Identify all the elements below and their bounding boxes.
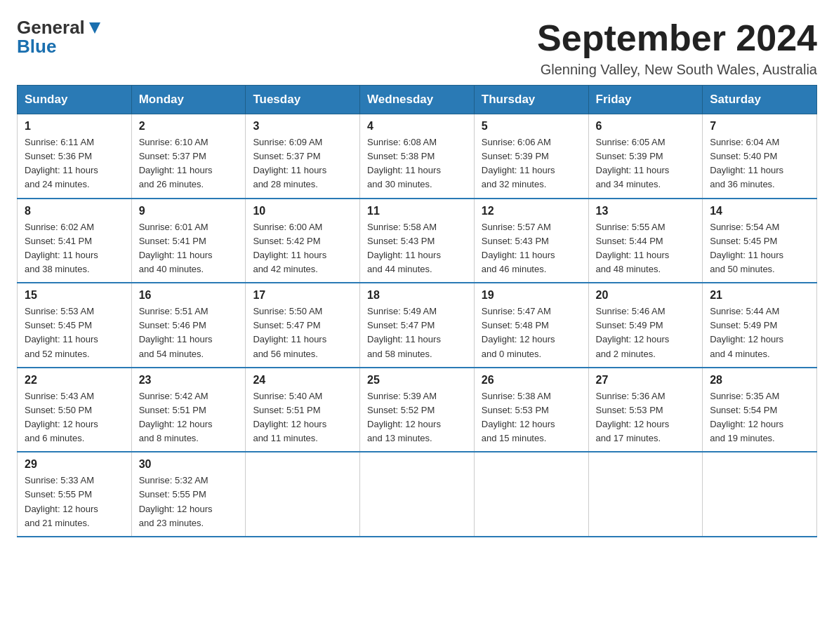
day-number: 7 bbox=[710, 120, 809, 133]
day-info: Sunrise: 6:08 AMSunset: 5:38 PMDaylight:… bbox=[367, 135, 467, 192]
calendar-week-row: 1Sunrise: 6:11 AMSunset: 5:36 PMDaylight… bbox=[18, 114, 817, 199]
table-row: 20Sunrise: 5:46 AMSunset: 5:49 PMDayligh… bbox=[588, 283, 703, 368]
day-number: 19 bbox=[482, 289, 581, 302]
day-number: 14 bbox=[710, 205, 809, 217]
day-info: Sunrise: 5:43 AMSunset: 5:50 PMDaylight:… bbox=[25, 389, 124, 446]
table-row bbox=[246, 452, 360, 537]
table-row bbox=[588, 452, 703, 537]
day-info: Sunrise: 6:05 AMSunset: 5:39 PMDaylight:… bbox=[596, 135, 696, 192]
day-info: Sunrise: 5:32 AMSunset: 5:55 PMDaylight:… bbox=[139, 474, 239, 530]
day-info: Sunrise: 5:54 AMSunset: 5:45 PMDaylight:… bbox=[710, 220, 809, 277]
day-number: 10 bbox=[253, 205, 352, 217]
day-info: Sunrise: 5:49 AMSunset: 5:47 PMDaylight:… bbox=[367, 304, 467, 361]
day-number: 8 bbox=[25, 205, 124, 217]
table-row bbox=[703, 452, 817, 537]
day-info: Sunrise: 5:39 AMSunset: 5:52 PMDaylight:… bbox=[367, 389, 467, 446]
table-row: 22Sunrise: 5:43 AMSunset: 5:50 PMDayligh… bbox=[18, 368, 132, 452]
day-number: 1 bbox=[25, 120, 124, 133]
table-row: 25Sunrise: 5:39 AMSunset: 5:52 PMDayligh… bbox=[360, 368, 475, 452]
table-row: 27Sunrise: 5:36 AMSunset: 5:53 PMDayligh… bbox=[588, 368, 703, 452]
table-row: 26Sunrise: 5:38 AMSunset: 5:53 PMDayligh… bbox=[474, 368, 588, 452]
day-info: Sunrise: 5:50 AMSunset: 5:47 PMDaylight:… bbox=[253, 304, 352, 361]
day-info: Sunrise: 6:04 AMSunset: 5:40 PMDaylight:… bbox=[710, 135, 809, 192]
day-info: Sunrise: 5:44 AMSunset: 5:49 PMDaylight:… bbox=[710, 304, 809, 361]
col-friday: Friday bbox=[588, 86, 703, 114]
day-info: Sunrise: 6:01 AMSunset: 5:41 PMDaylight:… bbox=[139, 220, 239, 277]
day-info: Sunrise: 5:51 AMSunset: 5:46 PMDaylight:… bbox=[139, 304, 239, 361]
table-row: 30Sunrise: 5:32 AMSunset: 5:55 PMDayligh… bbox=[131, 452, 246, 537]
table-row: 17Sunrise: 5:50 AMSunset: 5:47 PMDayligh… bbox=[246, 283, 360, 368]
day-info: Sunrise: 6:09 AMSunset: 5:37 PMDaylight:… bbox=[253, 135, 352, 192]
table-row: 29Sunrise: 5:33 AMSunset: 5:55 PMDayligh… bbox=[18, 452, 132, 537]
day-info: Sunrise: 5:53 AMSunset: 5:45 PMDaylight:… bbox=[25, 304, 124, 361]
day-info: Sunrise: 5:42 AMSunset: 5:51 PMDaylight:… bbox=[139, 389, 239, 446]
day-info: Sunrise: 5:38 AMSunset: 5:53 PMDaylight:… bbox=[482, 389, 581, 446]
table-row: 21Sunrise: 5:44 AMSunset: 5:49 PMDayligh… bbox=[703, 283, 817, 368]
svg-marker-0 bbox=[89, 22, 100, 34]
day-number: 2 bbox=[139, 120, 239, 133]
day-number: 3 bbox=[253, 120, 352, 133]
day-number: 27 bbox=[596, 374, 696, 387]
day-number: 30 bbox=[139, 458, 239, 471]
day-info: Sunrise: 6:02 AMSunset: 5:41 PMDaylight:… bbox=[25, 220, 124, 277]
day-info: Sunrise: 5:40 AMSunset: 5:51 PMDaylight:… bbox=[253, 389, 352, 446]
day-number: 26 bbox=[482, 374, 581, 387]
table-row: 23Sunrise: 5:42 AMSunset: 5:51 PMDayligh… bbox=[131, 368, 246, 452]
table-row: 5Sunrise: 6:06 AMSunset: 5:39 PMDaylight… bbox=[474, 114, 588, 199]
col-saturday: Saturday bbox=[703, 86, 817, 114]
day-info: Sunrise: 5:35 AMSunset: 5:54 PMDaylight:… bbox=[710, 389, 809, 446]
day-number: 16 bbox=[139, 289, 239, 302]
day-number: 17 bbox=[253, 289, 352, 302]
day-number: 21 bbox=[710, 289, 809, 302]
col-sunday: Sunday bbox=[18, 86, 132, 114]
day-number: 13 bbox=[596, 205, 696, 217]
table-row: 24Sunrise: 5:40 AMSunset: 5:51 PMDayligh… bbox=[246, 368, 360, 452]
col-wednesday: Wednesday bbox=[360, 86, 475, 114]
col-monday: Monday bbox=[131, 86, 246, 114]
day-number: 6 bbox=[596, 120, 696, 133]
table-row: 28Sunrise: 5:35 AMSunset: 5:54 PMDayligh… bbox=[703, 368, 817, 452]
day-info: Sunrise: 6:11 AMSunset: 5:36 PMDaylight:… bbox=[25, 135, 124, 192]
day-info: Sunrise: 5:57 AMSunset: 5:43 PMDaylight:… bbox=[482, 220, 581, 277]
logo-arrow-icon bbox=[88, 20, 103, 35]
table-row: 2Sunrise: 6:10 AMSunset: 5:37 PMDaylight… bbox=[131, 114, 246, 199]
day-info: Sunrise: 6:06 AMSunset: 5:39 PMDaylight:… bbox=[482, 135, 581, 192]
col-tuesday: Tuesday bbox=[246, 86, 360, 114]
subtitle: Glenning Valley, New South Wales, Austra… bbox=[537, 62, 817, 78]
day-info: Sunrise: 5:36 AMSunset: 5:53 PMDaylight:… bbox=[596, 389, 696, 446]
table-row: 9Sunrise: 6:01 AMSunset: 5:41 PMDaylight… bbox=[131, 199, 246, 283]
day-number: 25 bbox=[367, 374, 467, 387]
table-row: 14Sunrise: 5:54 AMSunset: 5:45 PMDayligh… bbox=[703, 199, 817, 283]
table-row: 16Sunrise: 5:51 AMSunset: 5:46 PMDayligh… bbox=[131, 283, 246, 368]
col-thursday: Thursday bbox=[474, 86, 588, 114]
table-row: 10Sunrise: 6:00 AMSunset: 5:42 PMDayligh… bbox=[246, 199, 360, 283]
day-number: 20 bbox=[596, 289, 696, 302]
table-row: 18Sunrise: 5:49 AMSunset: 5:47 PMDayligh… bbox=[360, 283, 475, 368]
day-number: 5 bbox=[482, 120, 581, 133]
table-row: 19Sunrise: 5:47 AMSunset: 5:48 PMDayligh… bbox=[474, 283, 588, 368]
table-row bbox=[474, 452, 588, 537]
day-number: 18 bbox=[367, 289, 467, 302]
day-number: 15 bbox=[25, 289, 124, 302]
day-number: 28 bbox=[710, 374, 809, 387]
day-number: 9 bbox=[139, 205, 239, 217]
calendar-table: Sunday Monday Tuesday Wednesday Thursday… bbox=[17, 85, 817, 537]
table-row: 3Sunrise: 6:09 AMSunset: 5:37 PMDaylight… bbox=[246, 114, 360, 199]
table-row: 7Sunrise: 6:04 AMSunset: 5:40 PMDaylight… bbox=[703, 114, 817, 199]
main-title: September 2024 bbox=[537, 17, 817, 59]
day-info: Sunrise: 6:10 AMSunset: 5:37 PMDaylight:… bbox=[139, 135, 239, 192]
day-number: 23 bbox=[139, 374, 239, 387]
day-info: Sunrise: 5:55 AMSunset: 5:44 PMDaylight:… bbox=[596, 220, 696, 277]
day-number: 29 bbox=[25, 458, 124, 471]
table-row: 8Sunrise: 6:02 AMSunset: 5:41 PMDaylight… bbox=[18, 199, 132, 283]
table-row bbox=[360, 452, 475, 537]
day-number: 22 bbox=[25, 374, 124, 387]
calendar-week-row: 8Sunrise: 6:02 AMSunset: 5:41 PMDaylight… bbox=[18, 199, 817, 283]
calendar-header-row: Sunday Monday Tuesday Wednesday Thursday… bbox=[18, 86, 817, 114]
day-number: 12 bbox=[482, 205, 581, 217]
logo-blue-text: Blue bbox=[17, 36, 56, 57]
table-row: 13Sunrise: 5:55 AMSunset: 5:44 PMDayligh… bbox=[588, 199, 703, 283]
table-row: 4Sunrise: 6:08 AMSunset: 5:38 PMDaylight… bbox=[360, 114, 475, 199]
day-info: Sunrise: 5:58 AMSunset: 5:43 PMDaylight:… bbox=[367, 220, 467, 277]
calendar-week-row: 22Sunrise: 5:43 AMSunset: 5:50 PMDayligh… bbox=[18, 368, 817, 452]
